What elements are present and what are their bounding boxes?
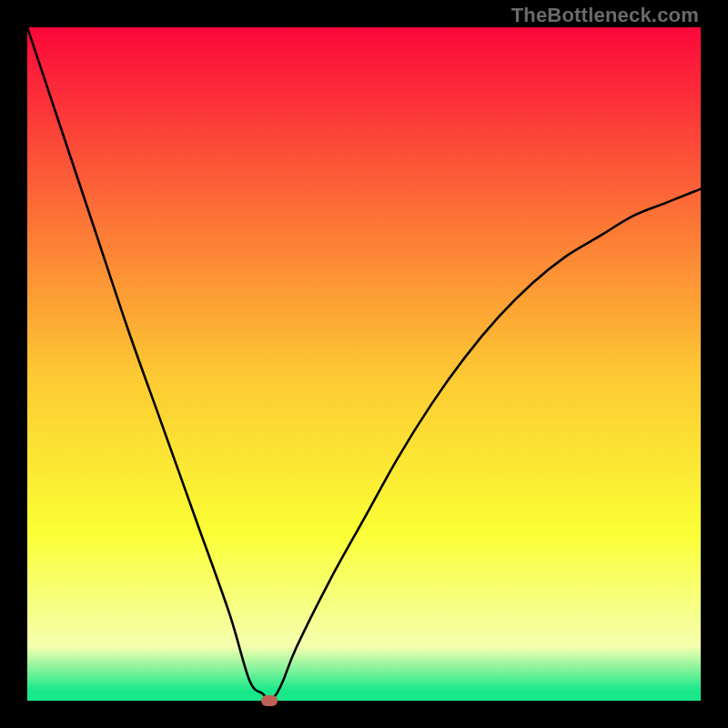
background-gradient	[27, 27, 701, 701]
chart-container: TheBottleneck.com	[0, 0, 728, 728]
svg-rect-0	[27, 27, 701, 701]
optimal-point-marker	[261, 695, 278, 706]
plot-area	[27, 27, 701, 701]
watermark-text: TheBottleneck.com	[511, 4, 699, 27]
